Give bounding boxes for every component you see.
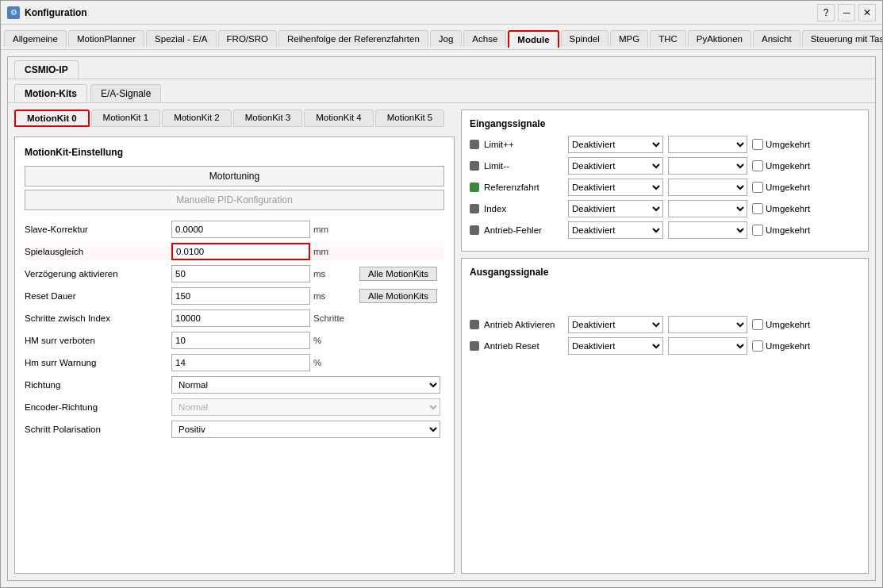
mk-tab-2[interactable]: MotionKit 2 [162,110,232,127]
schritt-polar-row: Schritt Polarisation Positiv Negativ [25,420,444,439]
index-select2[interactable] [668,200,747,217]
tab-motionplanner[interactable]: MotionPlanner [68,30,144,47]
antrieb-fehler-name: Antrieb-Fehler [484,225,563,235]
tab-mpg[interactable]: MPG [610,30,648,47]
richtung-row: Richtung Normal Umgekehrt [25,375,444,394]
verzoegerung-alle-btn[interactable]: Alle MotionKits [359,267,437,281]
antrieb-reset-checkbox[interactable] [752,340,763,352]
inner-tab-ea-signale[interactable]: E/A-Signale [90,84,161,102]
ref-name: Referenzfahrt [484,183,563,192]
limit-mm-select1[interactable]: Deaktiviert [568,157,663,175]
motortuning-button[interactable]: Motortuning [25,166,444,186]
richtung-label: Richtung [25,380,171,390]
hm-verboten-input[interactable] [171,332,310,349]
tab-spezial[interactable]: Spezial - E/A [146,30,216,47]
antrieb-fehler-select2[interactable] [668,221,747,239]
schritt-polar-select[interactable]: Positiv Negativ [171,421,440,438]
antrieb-reset-umgekehrt[interactable]: Umgekehrt [752,340,810,352]
left-panel: MotionKit 0 MotionKit 1 MotionKit 2 Moti… [14,110,455,574]
tab-pyaktionen[interactable]: PyAktionen [688,30,751,47]
inner-tab-motionkits[interactable]: Motion-Kits [14,84,87,102]
limit-mm-checkbox[interactable] [752,160,763,171]
ref-umgekehrt[interactable]: Umgekehrt [752,182,810,193]
slave-korrektur-input[interactable] [171,221,310,238]
antrieb-reset-led [470,341,479,351]
schritte-input[interactable] [171,309,310,327]
index-select1[interactable]: Deaktiviert [568,200,663,217]
tab-ansicht[interactable]: Ansicht [753,30,800,47]
pid-button[interactable]: Manuelle PID-Konfiguration [25,190,444,210]
app-icon: ⚙ [7,6,20,19]
tab-achse[interactable]: Achse [463,30,506,47]
limit-pp-umgekehrt[interactable]: Umgekehrt [752,139,810,150]
tab-module[interactable]: Module [508,30,559,48]
mk-tab-3[interactable]: MotionKit 3 [233,110,303,127]
spielausgleich-row: Spielausgleich mm [25,242,444,261]
tab-spindel[interactable]: Spindel [561,30,609,47]
close-button[interactable]: ✕ [858,4,876,21]
antrieb-aktivieren-select1[interactable]: Deaktiviert [568,316,663,333]
ref-led [470,183,479,192]
signal-row-index: Index Deaktiviert Umgekehrt [470,200,860,217]
limit-mm-select2[interactable] [668,157,747,175]
index-led [470,204,479,213]
richtung-select[interactable]: Normal Umgekehrt [171,376,440,394]
reset-dauer-input[interactable] [171,287,310,305]
verzoegerung-input[interactable] [171,265,310,282]
tab-allgemeine[interactable]: Allgemeine [4,30,67,47]
antrieb-reset-name: Antrieb Reset [484,341,563,351]
tab-thc[interactable]: THC [650,30,686,47]
reset-dauer-label: Reset Dauer [25,291,171,301]
titlebar-buttons: ? ─ ✕ [817,4,876,21]
tab-reihenfolge[interactable]: Reihenfolge der Referenzfahrten [278,30,428,47]
minimize-button[interactable]: ─ [838,4,855,21]
settings-box: MotionKit-Einstellung Motortuning Manuel… [14,136,455,574]
antrieb-fehler-select1[interactable]: Deaktiviert [568,221,663,239]
mk-tab-4[interactable]: MotionKit 4 [304,110,374,127]
hm-warnung-label: Hm surr Warnung [25,358,171,367]
antrieb-aktivieren-select2[interactable] [668,316,747,333]
ref-select1[interactable]: Deaktiviert [568,179,663,196]
main-window: ⚙ Konfiguration ? ─ ✕ Allgemeine MotionP… [0,0,883,588]
hm-warnung-input[interactable] [171,354,310,371]
index-umgekehrt[interactable]: Umgekehrt [752,203,810,214]
encoder-richtung-select[interactable]: Normal Umgekehrt [171,398,440,416]
hm-verboten-row: HM surr verboten % [25,331,444,350]
reset-dauer-alle-btn[interactable]: Alle MotionKits [359,289,437,303]
ref-select2[interactable] [668,179,747,196]
main-tabs-bar: Allgemeine MotionPlanner Spezial - E/A F… [1,25,882,50]
mk-tab-0[interactable]: MotionKit 0 [14,110,90,127]
index-checkbox[interactable] [752,203,763,214]
content-area: CSMIO-IP Motion-Kits E/A-Signale MotionK… [1,50,882,587]
antrieb-aktivieren-checkbox[interactable] [752,319,763,330]
antrieb-aktivieren-umgekehrt[interactable]: Umgekehrt [752,319,810,330]
ref-checkbox[interactable] [752,182,763,193]
antrieb-fehler-umgekehrt[interactable]: Umgekehrt [752,225,810,236]
mk-tab-5[interactable]: MotionKit 5 [375,110,445,127]
verzoegerung-label: Verzögerung aktivieren [25,269,171,279]
antrieb-aktivieren-name: Antrieb Aktivieren [484,320,563,329]
tab-steuerung[interactable]: Steuerung mit Taste [802,30,882,47]
limit-pp-select1[interactable]: Deaktiviert [568,136,663,153]
csmio-tab-ip[interactable]: CSMIO-IP [14,60,79,79]
limit-pp-checkbox[interactable] [752,139,763,150]
signal-row-antrieb-fehler: Antrieb-Fehler Deaktiviert Umgekehrt [470,221,860,239]
tab-jog[interactable]: Jog [430,30,463,47]
antrieb-reset-select1[interactable]: Deaktiviert [568,337,663,355]
antrieb-reset-select2[interactable] [668,337,747,355]
right-panel: Eingangssignale Limit++ Deaktiviert Umge… [461,110,869,574]
tab-frosro[interactable]: FRO/SRO [218,30,277,47]
spielausgleich-input[interactable] [171,243,310,260]
help-button[interactable]: ? [817,4,835,21]
schritt-polar-label: Schritt Polarisation [25,425,171,434]
limit-mm-umgekehrt[interactable]: Umgekehrt [752,160,810,171]
verzoegerung-row: Verzögerung aktivieren ms Alle MotionKit… [25,264,444,283]
limit-pp-select2[interactable] [668,136,747,153]
mk-tab-1[interactable]: MotionKit 1 [91,110,161,127]
index-name: Index [484,204,563,213]
antrieb-fehler-checkbox[interactable] [752,225,763,236]
window-title: Konfiguration [25,7,87,18]
spielausgleich-unit: mm [313,247,353,256]
csmio-panel: CSMIO-IP Motion-Kits E/A-Signale MotionK… [7,56,876,581]
slave-korrektur-row: Slave-Korrektur mm [25,220,444,239]
